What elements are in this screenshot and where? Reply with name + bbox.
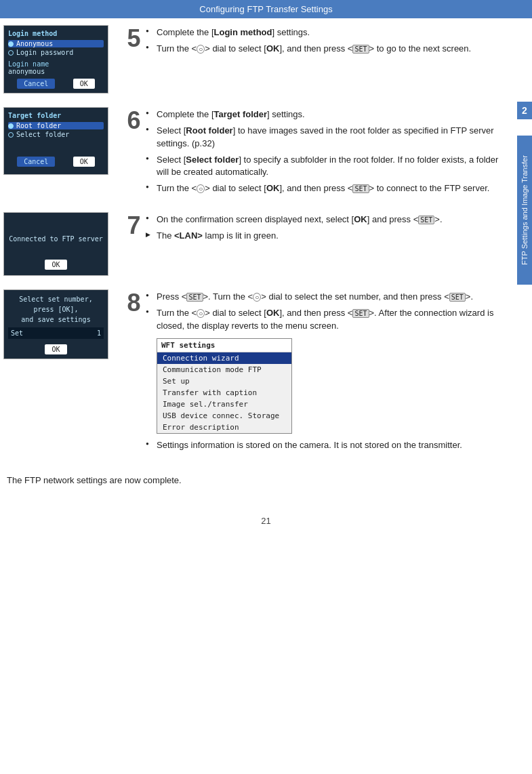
connected-text: Connected to FTP server	[8, 235, 104, 243]
step-6-screenshot: Target folder Root folder Select folder …	[3, 107, 112, 199]
page-header: Configuring FTP Transfer Settings	[0, 0, 532, 18]
ok-btn-tf: OK	[73, 157, 95, 167]
step-8-bullets: Press <SET>. Turn the <○> dial to select…	[146, 291, 510, 333]
step-5-bullets: Complete the [Login method] settings. Tu…	[146, 26, 510, 56]
target-folder-title: Target folder	[8, 112, 104, 119]
login-password-row: Login password	[8, 49, 104, 56]
step-6-content: Complete the [Target folder] settings. S…	[146, 107, 510, 199]
login-buttons: Cancel OK	[8, 79, 104, 89]
target-folder-screen: Target folder Root folder Select folder …	[3, 107, 108, 175]
sidebar-chapter-label: FTP Settings and Image Transfer	[517, 136, 532, 285]
set-buttons: OK	[8, 344, 104, 354]
login-method-bold: Login method	[214, 27, 272, 37]
ok-btn-set: OK	[45, 344, 66, 354]
step-5-bullet-1: Complete the [Login method] settings.	[146, 26, 510, 39]
login-name-value: anonymous	[8, 68, 104, 75]
wft-item-4: Transfer with caption	[157, 387, 291, 399]
wft-item-2: Communication mode FTP	[157, 364, 291, 375]
main-content: Login method Anonymous Login password Lo…	[0, 18, 517, 495]
step-5-row: Login method Anonymous Login password Lo…	[0, 25, 517, 94]
ok-btn-screen: OK	[73, 79, 95, 89]
page-number: 21	[0, 509, 532, 533]
step-6-bullet-4: Turn the <○> dial to select [OK], and th…	[146, 182, 510, 195]
step-5-bullet-2: Turn the <○> dial to select [OK], and th…	[146, 43, 510, 56]
step-7-number-col: 7	[122, 212, 146, 276]
step-6-bullet-2: Select [Root folder] to have images save…	[146, 125, 510, 150]
wft-item-7: Error description	[157, 422, 291, 433]
step-7-screenshot: Connected to FTP server OK	[3, 212, 112, 276]
step-8-number-col: 8	[122, 289, 146, 455]
target-folder-buttons: Cancel OK	[8, 157, 104, 167]
header-title: Configuring FTP Transfer Settings	[199, 4, 332, 14]
connected-screen: Connected to FTP server OK	[3, 212, 108, 276]
step-8-content: Press <SET>. Turn the <○> dial to select…	[146, 289, 510, 455]
anonymous-row: Anonymous	[8, 40, 104, 47]
cancel-btn-tf: Cancel	[17, 157, 55, 167]
wft-item-3: Set up	[157, 375, 291, 387]
step-5-number: 5	[127, 26, 140, 51]
wft-menu-screenshot: WFT settings Connection wizard Communica…	[157, 338, 292, 434]
step-8-bullet-2: Turn the <○> dial to select [OK], and th…	[146, 307, 510, 333]
select-folder-radio	[8, 132, 14, 138]
step-7-bullet-2: The <LAN> lamp is lit in green.	[146, 230, 510, 243]
step-5-content: Complete the [Login method] settings. Tu…	[146, 25, 510, 94]
step-6-row: Target folder Root folder Select folder …	[0, 107, 517, 199]
set-instructions: Select set number, press [OK], and save …	[8, 294, 104, 325]
step-7-bullet-1: On the confirmation screen displayed nex…	[146, 213, 510, 226]
wft-item-5: Image sel./transfer	[157, 399, 291, 410]
step-7-row: Connected to FTP server OK 7 On the conf…	[0, 212, 517, 276]
step-6-bullet-3: Select [Select folder] to specify a subf…	[146, 154, 510, 180]
login-method-title: Login method	[8, 30, 104, 37]
step-7-content: On the confirmation screen displayed nex…	[146, 212, 510, 276]
login-name-label: Login name	[8, 60, 104, 68]
ok-btn-connected: OK	[45, 260, 66, 270]
step-8-row: Select set number, press [OK], and save …	[0, 289, 517, 455]
step-8-number: 8	[127, 291, 140, 315]
step-8-screenshot: Select set number, press [OK], and save …	[3, 289, 112, 455]
step-5-number-col: 5	[122, 25, 146, 94]
connected-buttons: OK	[8, 260, 104, 270]
step-6-number-col: 6	[122, 107, 146, 199]
sidebar-chapter-number: 2	[517, 102, 532, 119]
set-number-screen: Select set number, press [OK], and save …	[3, 289, 108, 359]
wft-menu-title: WFT settings	[157, 339, 291, 352]
wft-item-6: USB device connec. Storage	[157, 410, 291, 422]
select-folder-row: Select folder	[8, 131, 104, 138]
step-8-bullets-extra: Settings information is stored on the ca…	[146, 439, 510, 452]
wft-item-1: Connection wizard	[157, 352, 291, 364]
step-5-screenshot: Login method Anonymous Login password Lo…	[3, 25, 112, 94]
step-6-bullets: Complete the [Target folder] settings. S…	[146, 108, 510, 195]
anonymous-radio	[8, 41, 14, 47]
root-folder-radio	[8, 123, 14, 129]
root-folder-row: Root folder	[8, 122, 104, 129]
step-8-bullet-3: Settings information is stored on the ca…	[146, 439, 510, 452]
footer-text: The FTP network settings are now complet…	[0, 468, 517, 489]
login-method-screen: Login method Anonymous Login password Lo…	[3, 25, 108, 94]
step-7-bullets: On the confirmation screen displayed nex…	[146, 213, 510, 243]
login-password-radio	[8, 50, 14, 56]
step-8-bullet-1: Press <SET>. Turn the <○> dial to select…	[146, 291, 510, 304]
step-6-bullet-1: Complete the [Target folder] settings.	[146, 108, 510, 121]
step-6-number: 6	[127, 108, 140, 133]
step-7-number: 7	[127, 213, 140, 238]
cancel-btn-screen: Cancel	[17, 79, 55, 89]
set-row: Set 1	[8, 327, 104, 339]
